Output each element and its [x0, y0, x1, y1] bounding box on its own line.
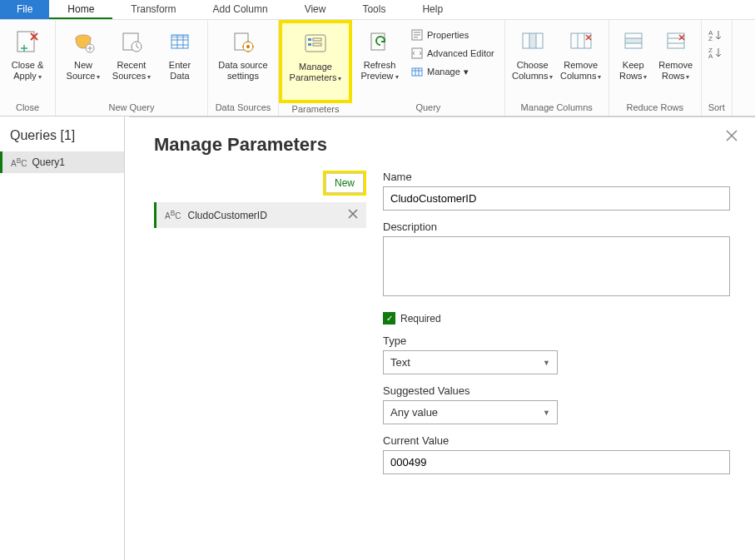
menu-file[interactable]: File: [0, 0, 49, 19]
manage-parameters-label: Manage Parameters▾: [290, 62, 342, 84]
ribbon: Close & Apply▾ Close New Source▾ Recent …: [0, 20, 755, 116]
current-value-input[interactable]: [383, 450, 730, 474]
name-input[interactable]: [383, 186, 730, 211]
recent-sources-button[interactable]: Recent Sources▾: [109, 23, 154, 101]
parameter-item[interactable]: ABC CludoCustomerID: [154, 202, 366, 228]
description-label: Description: [383, 221, 730, 233]
menu-help[interactable]: Help: [404, 0, 461, 19]
sort-asc-icon: AZ: [708, 28, 725, 42]
suggested-values-label: Suggested Values: [383, 384, 730, 397]
remove-columns-button[interactable]: Remove Columns▾: [559, 23, 604, 101]
properties-button[interactable]: Properties: [407, 27, 498, 43]
manage-parameters-button[interactable]: Manage Parameters▾: [279, 20, 352, 103]
parameter-form: Name Description ✓ Required Type Text ▼ …: [383, 171, 730, 474]
suggested-values-value: Any value: [390, 406, 438, 419]
menu-home[interactable]: Home: [49, 0, 112, 19]
svg-rect-24: [668, 33, 684, 48]
svg-rect-14: [313, 43, 321, 46]
type-value: Text: [390, 356, 410, 369]
sort-asc-button[interactable]: AZ: [708, 28, 725, 44]
recent-sources-icon: [117, 27, 147, 57]
refresh-preview-label: Refresh Preview▾: [360, 60, 398, 82]
properties-icon: [410, 28, 424, 42]
data-source-settings-icon: [228, 27, 258, 57]
ribbon-group-new-query: New Source▾ Recent Sources▾ Enter Data N…: [56, 20, 208, 116]
new-parameter-button[interactable]: New: [323, 171, 366, 196]
menu-tools[interactable]: Tools: [344, 0, 404, 19]
chevron-down-icon: ▼: [543, 409, 550, 417]
data-source-settings-label: Data source settings: [218, 60, 267, 82]
keep-rows-label: Keep Rows▾: [619, 60, 648, 82]
chevron-down-icon: ▼: [543, 359, 550, 367]
delete-icon: [348, 209, 358, 219]
svg-rect-18: [412, 68, 422, 76]
enter-data-icon: [165, 27, 195, 57]
svg-text:A: A: [708, 52, 713, 59]
remove-columns-label: Remove Columns▾: [560, 60, 601, 82]
remove-rows-label: Remove Rows▾: [658, 60, 693, 82]
close-apply-icon: [12, 27, 42, 57]
query-item[interactable]: ABC Query1: [0, 151, 124, 173]
parameter-item-label: CludoCustomerID: [187, 210, 266, 221]
svg-rect-23: [625, 38, 642, 43]
close-apply-button[interactable]: Close & Apply▾: [5, 23, 50, 101]
new-source-icon: [68, 27, 98, 57]
new-source-label: New Source▾: [67, 60, 101, 82]
enter-data-button[interactable]: Enter Data: [157, 23, 202, 101]
svg-rect-12: [313, 38, 321, 41]
new-source-button[interactable]: New Source▾: [61, 23, 106, 101]
manage-parameters-dialog: Manage Parameters New ABC CludoCustomerI…: [129, 116, 755, 560]
required-label: Required: [400, 313, 441, 325]
data-sources-group-label: Data Sources: [216, 101, 271, 114]
choose-columns-icon: [518, 27, 548, 57]
advanced-editor-button[interactable]: Advanced Editor: [407, 45, 498, 62]
recent-sources-label: Recent Sources▾: [112, 60, 151, 82]
current-value-label: Current Value: [383, 434, 730, 447]
delete-parameter-button[interactable]: [348, 209, 358, 221]
suggested-values-select[interactable]: Any value ▼: [383, 400, 558, 424]
manage-icon: [410, 65, 424, 78]
new-query-group-label: New Query: [108, 101, 154, 114]
menu-bar: File Home Transform Add Column View Tool…: [0, 0, 755, 20]
name-label: Name: [383, 171, 730, 183]
svg-text:Z: Z: [708, 35, 713, 42]
svg-rect-13: [308, 43, 311, 46]
abc-type-icon: ABC: [165, 209, 181, 221]
remove-rows-button[interactable]: Remove Rows▾: [656, 23, 696, 101]
ribbon-group-parameters: Manage Parameters▾ Parameters: [279, 20, 352, 116]
parameter-list: New ABC CludoCustomerID: [154, 171, 366, 474]
ribbon-group-data-sources: Data source settings Data Sources: [208, 20, 279, 116]
svg-rect-20: [529, 33, 536, 48]
dialog-title: Manage Parameters: [154, 134, 730, 156]
sort-group-label: Sort: [708, 101, 725, 114]
svg-rect-11: [308, 38, 311, 41]
keep-rows-button[interactable]: Keep Rows▾: [614, 23, 653, 101]
menu-add-column[interactable]: Add Column: [195, 0, 286, 19]
advanced-editor-icon: [410, 47, 424, 60]
choose-columns-button[interactable]: Choose Columns▾: [510, 23, 555, 101]
required-checkbox[interactable]: ✓: [383, 312, 395, 325]
choose-columns-label: Choose Columns▾: [512, 60, 553, 82]
ribbon-group-close: Close & Apply▾ Close: [0, 20, 56, 116]
manage-columns-group-label: Manage Columns: [521, 101, 593, 114]
queries-pane: Queries [1] ABC Query1: [0, 116, 125, 560]
sort-desc-button[interactable]: ZA: [708, 46, 725, 62]
abc-type-icon: ABC: [11, 156, 27, 168]
dialog-close-button[interactable]: [725, 129, 738, 145]
menu-transform[interactable]: Transform: [112, 0, 194, 19]
query-item-label: Query1: [32, 156, 64, 168]
description-input[interactable]: [383, 236, 730, 296]
ribbon-group-sort: AZ ZA Sort: [702, 20, 733, 116]
refresh-preview-button[interactable]: Refresh Preview▾: [357, 23, 402, 101]
svg-rect-21: [571, 33, 591, 48]
menu-view[interactable]: View: [286, 0, 345, 19]
queries-title: Queries [1]: [0, 116, 124, 151]
data-source-settings-button[interactable]: Data source settings: [213, 23, 273, 101]
type-select[interactable]: Text ▼: [383, 350, 558, 374]
sort-desc-icon: ZA: [708, 46, 725, 59]
remove-rows-icon: [661, 27, 691, 57]
manage-button[interactable]: Manage▾: [407, 63, 498, 80]
parameters-group-label: Parameters: [292, 102, 340, 116]
svg-rect-6: [171, 35, 188, 38]
ribbon-group-reduce-rows: Keep Rows▾ Remove Rows▾ Reduce Rows: [609, 20, 702, 116]
